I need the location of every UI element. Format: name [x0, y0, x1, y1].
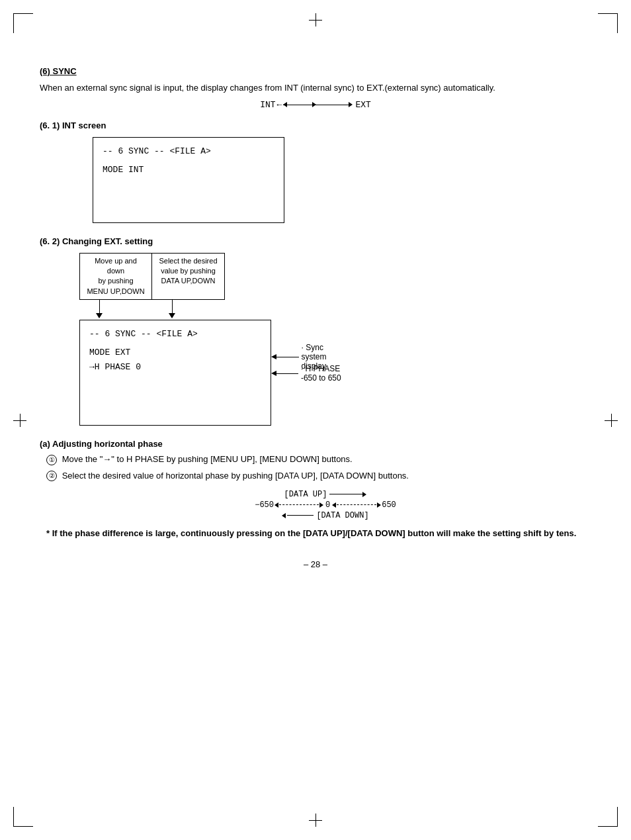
data-up-label: [DATA UP]: [284, 490, 327, 499]
note-text: * If the phase difference is large, cont…: [40, 527, 591, 540]
right-arrowhead1: [319, 502, 323, 508]
data-down-arrowhead: [282, 513, 286, 518]
adjusting-section: (a) Adjusting horizontal phase ① Move th…: [40, 439, 591, 539]
int-label: INT: [260, 100, 275, 110]
data-down-label: [DATA DOWN]: [316, 511, 368, 520]
right-arrow-tip: [169, 313, 175, 318]
int-ext-arrow: INT ← EXT: [40, 100, 591, 110]
left-connector: [99, 300, 100, 314]
step2-text: Select the desired value of horizontal p…: [62, 471, 409, 481]
section-title: (6) SYNC: [40, 66, 591, 76]
ext-screen-line2: MODE EXT: [89, 346, 261, 360]
ext-screen-line3: →H PHASE 0: [89, 360, 261, 375]
zero: 0: [325, 500, 330, 510]
step1-item: ① Move the "→" to H PHASE by pushing [ME…: [46, 453, 591, 467]
data-up-arrowhead: [362, 492, 366, 497]
forward-arrow: [316, 102, 353, 107]
ext-screen-line1: -- 6 SYNC -- <FILE A>: [89, 327, 261, 342]
adj-list: ① Move the "→" to H PHASE by pushing [ME…: [40, 453, 591, 483]
adj-title: (a) Adjusting horizontal phase: [40, 439, 591, 449]
left-arrowhead: [274, 502, 278, 508]
callout-left: Move up and downby pushingMENU UP,DOWN: [79, 253, 152, 301]
data-down-line: [287, 515, 314, 516]
page-container: (6) SYNC When an external sync signal is…: [0, 0, 631, 840]
page-number: – 28 –: [40, 559, 591, 569]
int-screen-line2: MODE INT: [103, 163, 274, 177]
ext-screen-box: -- 6 SYNC -- <FILE A> MODE EXT →H PHASE …: [79, 320, 271, 426]
intro-text: When an external sync signal is input, t…: [40, 81, 591, 95]
data-range-diagram: [DATA UP] −650 0 650: [60, 490, 591, 520]
int-screen-line1: -- 6 SYNC -- <FILE A>: [103, 144, 274, 159]
left-dashed: [279, 504, 319, 505]
right-connector: [172, 300, 173, 314]
hphase-label: · H PHASE -650 to 650: [301, 364, 346, 383]
data-up-arrow: [329, 494, 362, 494]
right-arrowhead2: [377, 502, 381, 508]
plus650: 650: [382, 500, 396, 510]
hphase-annotation: · H PHASE -650 to 650: [271, 364, 346, 383]
left-arrow-tip: [96, 313, 103, 318]
content-area: (6) SYNC When an external sync signal is…: [40, 66, 591, 569]
sub1-title: (6. 1) INT screen: [40, 120, 591, 130]
step1-text: Move the "→" to H PHASE by pushing [MENU…: [62, 454, 353, 464]
right-dashed: [337, 504, 376, 505]
callout-right: Select the desiredvalue by pushingDATA U…: [152, 253, 225, 301]
sub2-title: (6. 2) Changing EXT. setting: [40, 236, 591, 246]
arrow-line: [283, 105, 316, 105]
step1-num: ①: [46, 455, 57, 465]
back-arrowhead: ←: [277, 100, 282, 110]
step2-num: ②: [46, 471, 57, 481]
combined-arrow: [283, 105, 316, 105]
step2-item: ② Select the desired value of horizontal…: [46, 469, 591, 483]
int-screen-box: -- 6 SYNC -- <FILE A> MODE INT: [93, 137, 284, 223]
minus650: −650: [255, 500, 274, 510]
ext-label: EXT: [355, 100, 370, 110]
left-arrowhead2: [332, 502, 336, 508]
